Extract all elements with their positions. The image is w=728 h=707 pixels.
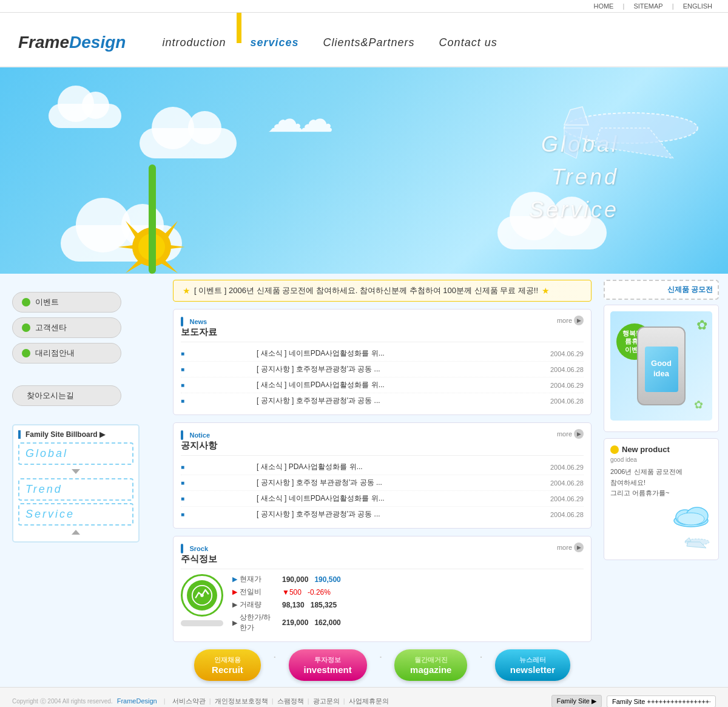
- stock-circle: [181, 574, 223, 617]
- notice-date: 2004.06.29: [550, 495, 584, 502]
- family-site-button[interactable]: Family Site ▶: [551, 695, 602, 707]
- stock-more-label: more: [557, 544, 572, 551]
- stock-val-limit2: 162,000: [314, 618, 340, 627]
- stock-val-current1: 190,000: [282, 575, 308, 584]
- footer-link-ad[interactable]: 광고문의: [313, 697, 340, 705]
- notice-item[interactable]: ■ [ 새소식 ] 네이트PDA사업활성화를 위... 2004.06.29: [181, 491, 584, 507]
- sidebar-btn-event[interactable]: 이벤트: [12, 292, 121, 313]
- notice-title-kr: 공지사항: [181, 440, 217, 450]
- stock-row-change: ▶전일비 ▼500 -0.26%: [232, 587, 584, 597]
- flower-stem: [149, 164, 156, 274]
- family-word-global[interactable]: Global: [18, 442, 133, 465]
- notice-date: 2004.06.29: [550, 464, 584, 471]
- sitemap-link[interactable]: SITEMAP: [633, 2, 662, 10]
- english-link[interactable]: ENGLISH: [683, 2, 712, 10]
- notice-title-en: Notice: [189, 431, 210, 439]
- nav-contact[interactable]: Contact us: [439, 36, 497, 49]
- bullet-icon: ■: [181, 495, 184, 502]
- notice-item[interactable]: ■ [ 공지사항 ] 호주정 부관광청'과 공동 ... 2004.06.28: [181, 475, 584, 491]
- arrow-right3-icon: ▶: [232, 619, 237, 627]
- notice-item[interactable]: ■ [ 공지사항 ] 호주정부관광청'과 공동 ... 2004.06.28: [181, 507, 584, 522]
- header-accent: [237, 13, 241, 43]
- notice-date: 2004.06.28: [550, 511, 584, 518]
- notice-more-label: more: [557, 430, 572, 438]
- phone-screen-line2: idea: [653, 369, 669, 379]
- new-product-box: New product good idea 2006년 신제품 공모전에참여하세…: [604, 438, 719, 560]
- stock-label-volume: 거래량: [240, 600, 276, 610]
- flower-deco-1: ✿: [696, 317, 707, 333]
- promo-badge: 신제품 공모전: [604, 280, 719, 300]
- investment-button[interactable]: 투자정보 investment: [289, 649, 367, 681]
- nav-clients[interactable]: Clients&Partners: [323, 36, 415, 49]
- logo-design: Design: [69, 33, 126, 52]
- news-text: [ 공지사항 ] 호주정부관광청'과 공동 ...: [257, 396, 475, 406]
- sidebar-btn-directions[interactable]: 찾아오시는길: [12, 385, 121, 406]
- news-item[interactable]: ■ [ 새소식 ] 네이트PDA사업활성화를 위... 2004.06.29: [181, 346, 584, 362]
- bullet-icon: ■: [181, 511, 184, 518]
- newsletter-button[interactable]: 뉴스레터 newsletter: [495, 649, 570, 681]
- news-more-btn[interactable]: more ▶: [557, 316, 584, 325]
- sidebar-btn-agent[interactable]: 대리점안내: [12, 343, 121, 364]
- family-site-header: Family Site Billboard ▶: [18, 430, 133, 439]
- dot-icon: [22, 349, 30, 357]
- bullet-icon: ■: [181, 397, 184, 404]
- news-title-group: News 보도자료: [181, 316, 217, 338]
- svg-marker-24: [685, 538, 691, 541]
- nav-services[interactable]: services: [250, 36, 298, 49]
- phone-screen-line1: Good: [651, 359, 672, 369]
- flower-deco-2: ✿: [694, 398, 703, 411]
- sidebar: 이벤트 고객센타 대리점안내 찾아오시는길: [0, 274, 164, 687]
- recruit-button[interactable]: 인재채용 Recruit: [194, 649, 261, 681]
- news-more-label: more: [557, 317, 572, 324]
- bullet-icon: ■: [181, 350, 184, 357]
- notice-text: [ 공지사항 ] 호주정부관광청'과 공동 ...: [257, 509, 475, 519]
- header: FrameDesign introduction services Client…: [0, 13, 728, 67]
- event-text: [ 이벤트 ] 2006년 신제품 공모전에 참여하세요. 참여하신분께 추첨하…: [194, 285, 538, 296]
- main-wrapper: 이벤트 고객센타 대리점안내 찾아오시는길: [0, 274, 728, 687]
- event-banner: ★ [ 이벤트 ] 2006년 신제품 공모전에 참여하세요. 참여하신분께 추…: [173, 280, 592, 302]
- svg-marker-15: [72, 530, 80, 535]
- family-word-service[interactable]: Service: [18, 503, 133, 526]
- stock-title-group: Srock 주식정보: [181, 543, 217, 565]
- stock-row-volume: ▶거래량 98,130 185,325: [232, 600, 584, 610]
- footer-link-spam[interactable]: 스팸정책: [277, 697, 304, 705]
- notice-item[interactable]: ■ [ 새소식 ] PDA사업활성화를 위... 2004.06.29: [181, 459, 584, 475]
- arrow-right2-icon: ▶: [232, 601, 237, 609]
- news-item[interactable]: ■ [ 새소식 ] 네이트PDA사업활성화를 위... 2004.06.29: [181, 377, 584, 393]
- new-product-sub: good idea: [610, 456, 712, 463]
- phone-screen: Good idea: [645, 347, 678, 392]
- magazine-button[interactable]: 월간매거진 magazine: [394, 649, 467, 681]
- footer-link-biz[interactable]: 사업제휴문의: [349, 697, 389, 705]
- main-nav: introduction services Clients&Partners C…: [162, 36, 497, 49]
- logo-frame: Frame: [18, 33, 69, 52]
- nav-introduction[interactable]: introduction: [162, 36, 226, 49]
- home-link[interactable]: HOME: [593, 2, 613, 10]
- dot-icon: [22, 323, 30, 332]
- new-product-title: New product: [622, 445, 670, 454]
- middle-content: ★ [ 이벤트 ] 2006년 신제품 공모전에 참여하세요. 참여하신분께 추…: [164, 274, 601, 687]
- airplane-icon: [552, 79, 710, 179]
- news-item[interactable]: ■ [ 공지사항 ] 호주정부관광청'과 공동 ... 2004.06.28: [181, 393, 584, 408]
- footer: Copyright ⓒ 2004 All rights reserved. Fr…: [0, 687, 728, 707]
- stock-val-volume2: 185,325: [311, 601, 337, 609]
- notice-more-btn[interactable]: more ▶: [557, 429, 584, 439]
- footer-link-privacy[interactable]: 개인정보보호정책: [215, 697, 268, 705]
- logo[interactable]: FrameDesign: [18, 33, 126, 52]
- footer-brand[interactable]: FrameDesign: [117, 697, 157, 705]
- stock-shadow: [181, 620, 223, 626]
- family-site-field[interactable]: [607, 695, 716, 708]
- sidebar-btn-customer[interactable]: 고객센타: [12, 317, 121, 338]
- footer-link-service[interactable]: 서비스약관: [172, 697, 206, 705]
- right-panel: 신제품 공모전 행복! 여름휴가 이벤트 ✿ ✿ Good: [601, 274, 728, 687]
- news-date: 2004.06.29: [550, 382, 584, 389]
- news-item[interactable]: ■ [ 공지사항 ] 호주정부관광청'과 공동 ... 2004.06.28: [181, 362, 584, 377]
- notice-date: 2004.06.28: [550, 479, 584, 487]
- notice-accent-bar: [181, 430, 183, 440]
- stock-more-btn[interactable]: more ▶: [557, 543, 584, 552]
- sidebar-label-event: 이벤트: [35, 297, 59, 308]
- stock-label-current: 현재가: [240, 574, 276, 584]
- bullet-icon: ■: [181, 479, 184, 486]
- news-date: 2004.06.29: [550, 350, 584, 357]
- sep-dot-3: ·: [479, 649, 483, 681]
- family-word-trend[interactable]: Trend: [18, 478, 133, 501]
